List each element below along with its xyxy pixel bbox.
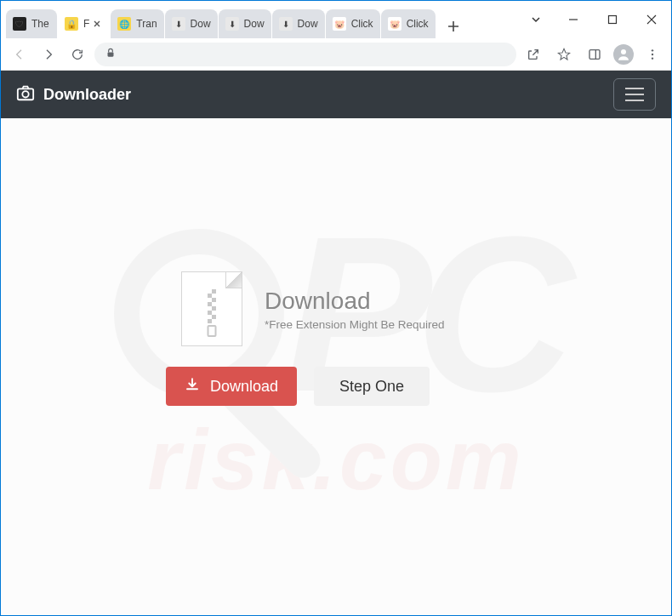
reload-button[interactable] xyxy=(65,43,89,66)
close-tab-button[interactable] xyxy=(91,18,103,30)
tab-title: Dow xyxy=(298,18,318,30)
svg-point-10 xyxy=(22,91,28,97)
step-one-button-label: Step One xyxy=(339,378,404,396)
side-panel-button[interactable] xyxy=(583,43,607,66)
hamburger-menu-button[interactable] xyxy=(613,78,656,111)
tab-favicon: 🌐 xyxy=(117,17,131,31)
browser-tab[interactable]: 🐷Click xyxy=(381,9,436,38)
download-subtext: *Free Extension Might Be Required xyxy=(265,318,445,331)
maximize-button[interactable] xyxy=(593,7,632,32)
tab-favicon: ⬇ xyxy=(172,17,185,31)
tab-search-button[interactable] xyxy=(523,7,549,32)
camera-icon xyxy=(16,83,35,106)
download-card: Download *Free Extension Might Be Requir… xyxy=(166,271,506,406)
tab-favicon: ⬇ xyxy=(225,17,239,31)
share-button[interactable] xyxy=(521,43,545,66)
tab-favicon: ⬇ xyxy=(279,17,293,31)
download-button-label: Download xyxy=(210,378,278,396)
lock-icon xyxy=(105,47,117,62)
close-window-button[interactable] xyxy=(632,7,671,32)
download-button[interactable]: Download xyxy=(166,367,297,406)
browser-tab[interactable]: ⬇Dow xyxy=(165,9,218,38)
svg-point-5 xyxy=(621,49,626,54)
back-button[interactable] xyxy=(8,43,31,66)
svg-rect-1 xyxy=(609,16,617,24)
tab-favicon: 🛡 xyxy=(13,17,26,31)
browser-window: 🛡The🔒F🌐Tran⬇Dow⬇Dow⬇Dow🐷Click🐷Click xyxy=(0,0,672,616)
page-content: PC risk.com Download *Free Extension Mig… xyxy=(1,118,671,615)
svg-rect-2 xyxy=(108,52,114,56)
browser-toolbar xyxy=(1,38,671,71)
svg-point-8 xyxy=(652,57,653,59)
svg-rect-3 xyxy=(589,49,600,59)
tab-title: Dow xyxy=(191,18,211,30)
browser-tab[interactable]: ⬇Dow xyxy=(219,9,271,38)
tab-title: Dow xyxy=(244,18,265,30)
bookmark-button[interactable] xyxy=(552,43,576,66)
brand-label: Downloader xyxy=(43,86,131,104)
tab-title: Click xyxy=(407,18,429,30)
browser-tab[interactable]: 🛡The xyxy=(6,9,57,38)
tab-title: The xyxy=(31,18,50,30)
forward-button[interactable] xyxy=(37,43,60,66)
svg-point-7 xyxy=(652,53,653,54)
tab-favicon: 🔒 xyxy=(65,17,78,31)
browser-tab[interactable]: 🌐Tran xyxy=(111,9,163,38)
brand[interactable]: Downloader xyxy=(16,83,131,106)
tab-favicon: 🐷 xyxy=(388,17,401,31)
tab-title: F xyxy=(83,18,89,30)
tab-title: Click xyxy=(351,18,373,30)
kebab-menu-button[interactable] xyxy=(641,43,664,66)
browser-tab[interactable]: 🔒F xyxy=(58,9,110,38)
profile-avatar[interactable] xyxy=(613,44,634,65)
download-icon xyxy=(185,377,200,396)
minimize-button[interactable] xyxy=(554,7,593,32)
download-heading: Download xyxy=(265,288,445,315)
browser-tab[interactable]: 🐷Click xyxy=(326,9,380,38)
browser-tab[interactable]: ⬇Dow xyxy=(272,9,325,38)
tab-title: Tran xyxy=(136,18,157,30)
page-header: Downloader xyxy=(1,71,671,118)
address-bar[interactable] xyxy=(94,43,516,66)
svg-point-6 xyxy=(652,49,653,51)
zip-file-icon xyxy=(181,271,242,346)
new-tab-button[interactable] xyxy=(441,14,465,38)
tab-favicon: 🐷 xyxy=(333,17,346,31)
step-one-button[interactable]: Step One xyxy=(314,367,430,406)
